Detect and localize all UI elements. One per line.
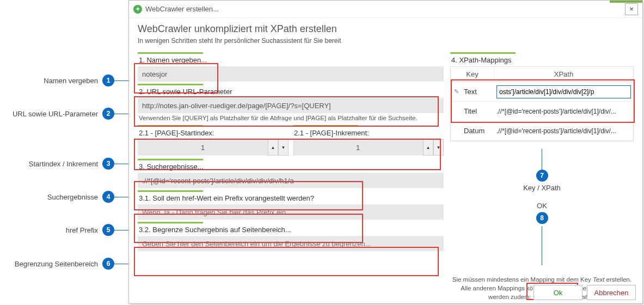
- table-row[interactable]: Titel .//*[@id='recent-posts']/article/d…: [451, 102, 633, 121]
- annotation-label: OK: [450, 202, 634, 210]
- annotation-bubble-6: 6: [102, 258, 114, 270]
- annotation-label: Suchergebnisse: [47, 193, 98, 201]
- annotation-bubble-5: 5: [102, 224, 114, 236]
- url-hint: Verwenden Sie [QUERY] als Platzhalter fü…: [138, 113, 444, 123]
- cell-key: Datum: [462, 127, 494, 135]
- results-xpath-input[interactable]: [138, 173, 444, 188]
- annotation-label: Key / XPath: [450, 184, 634, 192]
- th-xpath: XPath: [494, 67, 633, 82]
- url-input[interactable]: [138, 98, 444, 113]
- annotation-bubble-4: 4: [102, 191, 114, 203]
- annotation-label: URL sowie URL-Parameter: [13, 110, 98, 118]
- table-row[interactable]: Datum .//*[@id='recent-posts']/article/d…: [451, 121, 633, 141]
- href-prefix-input[interactable]: [138, 204, 444, 220]
- cell-key: Text: [462, 88, 494, 96]
- cell-xpath: .//*[@id='recent-posts']/article/div[1]/…: [494, 108, 633, 115]
- startindex-down[interactable]: ▼: [278, 139, 289, 155]
- annotation-bubble-3: 3: [102, 158, 114, 170]
- ok-button[interactable]: Ok: [533, 285, 582, 300]
- close-button[interactable]: ×: [625, 3, 638, 15]
- dialog-subheading: In wenigen Schritten steht Ihr persönlic…: [138, 37, 634, 45]
- cell-xpath: .//*[@id='recent-posts']/article/div[1]/…: [494, 127, 633, 135]
- annotation-bubble-7: 7: [536, 170, 548, 182]
- section-31-label: 3.1. Soll dem href-Wert ein Prefix voran…: [138, 192, 444, 204]
- annotation-bubble-2: 2: [102, 108, 114, 120]
- startindex-up[interactable]: ▲: [268, 139, 278, 155]
- annotation-label: Begrenzung Seitenbereich: [15, 260, 98, 268]
- startindex-label: 2.1 - [PAGE]-Startindex:: [138, 127, 289, 139]
- increment-up[interactable]: ▲: [423, 139, 433, 155]
- startindex-value[interactable]: 1: [138, 139, 268, 155]
- section-2-label: 2. URL sowie URL-Parameter: [138, 85, 444, 98]
- name-input[interactable]: [138, 66, 444, 82]
- increment-value[interactable]: 1: [293, 139, 423, 155]
- increment-label: 2.1 - [PAGE]-Inkrement:: [293, 127, 444, 139]
- dialog-title: WebCrawler erstellen...: [145, 5, 625, 13]
- table-row[interactable]: ✎ Text: [451, 82, 633, 102]
- annotation-label: href Prefix: [66, 226, 98, 234]
- page-range-input[interactable]: [138, 236, 444, 251]
- app-icon: ✦: [133, 5, 142, 14]
- mappings-label: 4. XPath-Mappings: [450, 54, 634, 66]
- annotation-label: Startindex / Inkrement: [29, 160, 98, 168]
- increment-down[interactable]: ▼: [433, 139, 444, 155]
- annotation-bubble-8: 8: [536, 212, 548, 224]
- annotation-label: Namen vergeben: [44, 77, 98, 85]
- th-key: Key: [451, 67, 494, 82]
- dialog-window: ✦ WebCrawler erstellen... × WebCrawler u…: [128, 0, 643, 304]
- section-1-label: 1. Namen vergeben...: [138, 54, 444, 66]
- dialog-heading: WebCrawler unkompliziert mit XPath erste…: [138, 23, 634, 35]
- mappings-table: Key XPath ✎ Text Titel .//*[@id='recent-…: [450, 66, 634, 141]
- dialog-accent: [610, 1, 642, 3]
- cell-key: Titel: [462, 107, 494, 115]
- cell-xpath-input[interactable]: [496, 85, 631, 98]
- section-32-label: 3.2. Begrenze Suchergebnis auf Seitenber…: [138, 223, 444, 236]
- dialog-titlebar: ✦ WebCrawler erstellen... ×: [129, 1, 642, 18]
- cancel-button[interactable]: Abbrechen: [587, 285, 636, 300]
- section-3-label: 3. Suchergebnisse...: [138, 160, 444, 173]
- annotation-bubble-1: 1: [102, 74, 114, 86]
- edit-icon: ✎: [451, 88, 462, 95]
